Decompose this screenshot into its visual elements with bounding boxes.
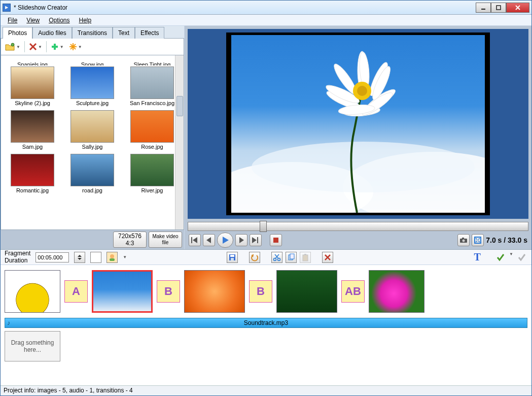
cut-button[interactable]	[271, 252, 282, 263]
svg-marker-42	[78, 258, 82, 260]
seek-slider[interactable]	[188, 222, 528, 231]
svg-marker-32	[223, 237, 229, 244]
accept-dropdown[interactable]: ▼	[509, 252, 513, 263]
time-display: 7.0 s / 33.0 s	[486, 236, 527, 244]
maximize-button[interactable]	[491, 3, 506, 13]
paste-button[interactable]	[300, 252, 311, 263]
transition-item[interactable]: A	[64, 280, 88, 303]
fullscreen-button[interactable]	[472, 234, 484, 246]
stop-button[interactable]	[270, 234, 282, 246]
svg-rect-40	[475, 237, 481, 243]
fragment-duration-input[interactable]	[36, 252, 69, 262]
thumbnail-item[interactable]: Skyline (2).jpg	[4, 67, 61, 109]
timeline-clip[interactable]	[276, 270, 337, 313]
thumbnail-caption: Sally.jpg	[82, 143, 103, 153]
timeline-clip[interactable]	[184, 270, 245, 313]
minimize-button[interactable]	[476, 3, 491, 13]
thumbnail-caption: Sleep Tight.jpg	[134, 60, 171, 65]
undo-button[interactable]	[249, 252, 260, 263]
thumbnail-item[interactable]: Spaniels.jpg	[4, 57, 61, 65]
open-folder-button[interactable]: ▼	[4, 41, 21, 52]
thumbnail-image	[130, 110, 174, 143]
accept-grey-button[interactable]	[516, 252, 527, 263]
snapshot-button[interactable]	[457, 234, 470, 246]
thumbnail-item[interactable]: San Francisco.jpg	[124, 67, 181, 109]
thumbnail-image	[70, 154, 114, 186]
transition-item[interactable]: B	[157, 280, 180, 303]
svg-rect-35	[257, 237, 258, 243]
transition-item[interactable]: AB	[341, 280, 365, 303]
audio-filename: Soundtrack.mp3	[244, 319, 288, 326]
audio-track[interactable]: ♪ Soundtrack.mp3	[5, 318, 527, 328]
svg-rect-47	[231, 258, 234, 260]
thumbnail-image	[130, 67, 174, 99]
preview-canvas[interactable]	[226, 32, 490, 215]
tab-transitions[interactable]: Transitions	[72, 27, 113, 39]
timeline-clip[interactable]	[92, 270, 153, 313]
timeline-track[interactable]: ABBAB ♪ Soundtrack.mp3 Drag something he…	[1, 265, 531, 385]
tab-effects[interactable]: Effects	[135, 27, 164, 39]
thumbnail-item[interactable]: Sleep Tight.jpg	[124, 57, 181, 65]
blank-swatch[interactable]	[90, 252, 101, 263]
svg-rect-36	[273, 238, 278, 243]
tab-audio[interactable]: Audio files	[32, 27, 72, 39]
add-button[interactable]: ▼	[50, 42, 65, 52]
thumbnail-item[interactable]: Rose.jpg	[124, 110, 181, 153]
svg-point-43	[110, 254, 114, 258]
thumbnail-caption: Romantic.jpg	[16, 186, 49, 196]
menu-help[interactable]: Help	[75, 16, 96, 25]
menu-view[interactable]: View	[22, 16, 44, 25]
face-dropdown[interactable]: ▼	[123, 255, 127, 259]
text-tool-button[interactable]: T	[472, 252, 483, 263]
svg-point-15	[252, 142, 475, 192]
menu-options[interactable]: Options	[45, 16, 74, 25]
thumbnail-grid[interactable]: Spaniels.jpgSnow.jpgSleep Tight.jpgSkyli…	[1, 55, 184, 230]
tab-photos[interactable]: Photos	[3, 27, 32, 39]
last-frame-button[interactable]	[250, 234, 262, 246]
svg-rect-39	[462, 238, 464, 239]
seek-thumb[interactable]	[260, 221, 267, 232]
svg-marker-41	[78, 255, 82, 257]
accept-button[interactable]	[495, 252, 506, 263]
timeline-panel: FragmentDuration ▼ T ▼ ABBAB	[1, 249, 531, 385]
thumbnail-caption: San Francisco.jpg	[130, 99, 174, 109]
thumbnail-item[interactable]: Sally.jpg	[64, 110, 121, 153]
prev-frame-button[interactable]	[203, 234, 215, 246]
tab-text[interactable]: Text	[113, 27, 135, 39]
svg-marker-30	[193, 237, 197, 243]
thumbnail-caption: road.jpg	[82, 186, 102, 196]
fragment-duration-label: FragmentDuration	[5, 250, 30, 263]
save-button[interactable]	[227, 252, 238, 263]
first-frame-button[interactable]	[189, 234, 201, 246]
status-text: Project info: images - 5, audio - 1, tra…	[4, 387, 133, 394]
thumbnail-caption: Rose.jpg	[141, 143, 163, 153]
drop-zone[interactable]: Drag something here...	[5, 331, 60, 361]
thumbs-scrollbar[interactable]	[175, 55, 184, 229]
sparkle-button[interactable]: ▼	[68, 42, 83, 52]
thumbnail-item[interactable]: River.jpg	[124, 154, 181, 196]
resolution-button[interactable]: 720x5764:3	[113, 232, 147, 248]
thumbnail-item[interactable]: Sculpture.jpg	[64, 67, 121, 109]
copy-button[interactable]	[286, 252, 297, 263]
close-button[interactable]	[506, 3, 529, 13]
remove-button[interactable]	[322, 252, 333, 263]
thumbnail-item[interactable]: Snow.jpg	[64, 57, 121, 65]
make-video-button[interactable]: Make video file	[149, 232, 182, 248]
delete-button[interactable]: ▼	[28, 42, 43, 52]
thumbnail-item[interactable]: road.jpg	[64, 154, 121, 196]
transition-item[interactable]: B	[249, 280, 272, 303]
menu-file[interactable]: File	[4, 16, 21, 25]
thumbnail-caption: Skyline (2).jpg	[15, 99, 50, 109]
next-frame-button[interactable]	[235, 234, 247, 246]
face-crop-button[interactable]	[107, 252, 118, 263]
thumbnail-item[interactable]: Romantic.jpg	[4, 154, 61, 196]
play-button[interactable]	[217, 233, 233, 248]
timeline-clip[interactable]	[369, 270, 424, 313]
tabstrip: Photos Audio files Transitions Text Effe…	[1, 26, 184, 38]
duration-stepper[interactable]	[74, 252, 85, 263]
timeline-clip[interactable]	[5, 270, 60, 313]
svg-rect-1	[496, 6, 501, 10]
thumbnail-image	[11, 110, 54, 143]
thumbnail-item[interactable]: Sam.jpg	[4, 110, 61, 153]
preview-panel: 7.0 s / 33.0 s	[185, 26, 531, 249]
